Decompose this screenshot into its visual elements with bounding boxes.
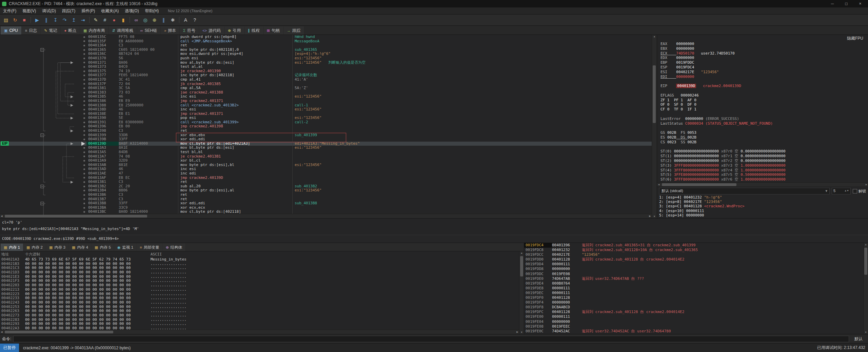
register-line[interactable]: EDI 00000000 bbox=[660, 75, 868, 79]
tab-log[interactable]: ≡日志 bbox=[22, 26, 40, 35]
menu-item[interactable]: 跟踪(T) bbox=[59, 8, 78, 14]
dump-row[interactable]: 004021A34D 65 73 73 69 6E 67 5F 69 6E 5F… bbox=[0, 257, 519, 262]
maximize-button[interactable]: □ bbox=[841, 1, 852, 6]
dump-tab-watch1[interactable]: ◉监视 1 bbox=[114, 244, 136, 251]
tab-call-stack[interactable]: ⇵调用堆栈 bbox=[108, 26, 136, 35]
dump-tab-mem4[interactable]: ▦内存 4 bbox=[69, 244, 91, 251]
tab-references[interactable]: ⊕引用 bbox=[224, 26, 244, 35]
scroll-up-icon[interactable]: ▲ bbox=[652, 35, 657, 38]
stack-row[interactable]: 0019FE0000000111 bbox=[524, 314, 863, 319]
scroll-thumb[interactable] bbox=[520, 256, 523, 276]
font-button[interactable]: A bbox=[181, 16, 190, 24]
step-over-button[interactable]: ↷ bbox=[60, 16, 69, 24]
stack-row[interactable]: 0019FDC400401396返回到 crackme2.sub_401365+… bbox=[524, 243, 863, 248]
stack-row[interactable]: 0019FDF8DCBAABCD bbox=[524, 305, 863, 310]
register-line[interactable]: ST(6) 3FFF8000000000000000 x87r6 空 1.000… bbox=[660, 177, 868, 182]
stack-row[interactable]: 0019FE0400000000 bbox=[524, 319, 863, 324]
stack-row[interactable]: 0019FDD400000111 bbox=[524, 262, 863, 267]
command-profile[interactable]: 默认 bbox=[851, 336, 866, 342]
disasm-row[interactable]: 0040137D3C 41cmp al,4141:'A' bbox=[0, 78, 652, 82]
open-file-button[interactable]: ▤ bbox=[1, 16, 11, 24]
stack-row[interactable]: 0019FDDC0019FE08 bbox=[524, 272, 863, 276]
disasm-row[interactable]: 0040139B33FFxor edi,edi bbox=[0, 137, 652, 142]
search-button[interactable]: ◎ bbox=[141, 16, 150, 24]
disasm-hscrollbar[interactable]: ◀ ▶ bbox=[0, 214, 652, 218]
restart-button[interactable]: ↻ bbox=[11, 16, 20, 24]
dump-tab-mem1[interactable]: ▦内存 1 bbox=[1, 244, 23, 251]
menu-item[interactable]: 帮助(H) bbox=[142, 8, 162, 14]
comment-button[interactable]: # bbox=[100, 16, 110, 24]
disasm-row[interactable]: 004013AE47inc edi bbox=[0, 171, 652, 176]
tab-notes[interactable]: ✎笔记 bbox=[41, 26, 60, 35]
register-line[interactable] bbox=[660, 79, 868, 84]
scroll-down-icon[interactable]: ▼ bbox=[652, 215, 657, 218]
patch-button[interactable]: ✎ bbox=[91, 16, 100, 24]
register-line[interactable]: GS 002B FS 0053 bbox=[660, 130, 868, 135]
breakpoint-button[interactable]: ● bbox=[110, 16, 119, 24]
scroll-down-icon[interactable]: ▼ bbox=[519, 331, 524, 334]
close-button[interactable]: × bbox=[854, 1, 866, 6]
scroll-right-icon[interactable]: ▶ bbox=[648, 214, 652, 218]
register-line[interactable] bbox=[660, 145, 868, 149]
register-line[interactable] bbox=[660, 126, 868, 130]
tab-handles[interactable]: ⊞句柄 bbox=[263, 26, 283, 35]
dump-row[interactable]: 004021D300 00 00 00 00 00 00 00 00 00 00… bbox=[0, 270, 519, 275]
menu-item[interactable]: 收藏夹(A) bbox=[98, 8, 122, 14]
disasm-row[interactable]: 004013BC8A0D 18214000mov cl,byte ptr ds:… bbox=[0, 210, 652, 214]
disasm-row[interactable]: 004013A932D9xor bl,cl bbox=[0, 159, 652, 163]
stack-row[interactable]: 0019FDC800401232返回到 crackme2.sub_401128+… bbox=[524, 248, 863, 252]
tab-source[interactable]: <>源代码 bbox=[199, 26, 224, 35]
argument-row[interactable]: 1: [esp+4] 00401232 "h-!@"6" bbox=[659, 195, 868, 200]
stack-row[interactable]: 0019FE0C74D452AC返回到 user32.74D452AC 自 us… bbox=[524, 329, 863, 334]
run-to-cursor-button[interactable]: ⇥ bbox=[78, 16, 87, 24]
disasm-row[interactable]: 004013A584DBtest bl,bl bbox=[0, 150, 652, 154]
tab-cpu[interactable]: ▣CPU bbox=[1, 26, 21, 35]
tab-trace[interactable]: →跟踪 bbox=[283, 26, 304, 35]
step-into-button[interactable]: ↧ bbox=[51, 16, 60, 24]
dump-row[interactable]: 004022A300 00 00 00 00 00 00 00 00 00 00… bbox=[0, 326, 519, 330]
tab-breakpoints[interactable]: ●断点 bbox=[61, 26, 80, 35]
disasm-row[interactable]: 004013B833FFxor edi,edisub_4013B8 bbox=[0, 201, 652, 206]
stack-row[interactable]: 0019FDE074D647AB返回到 user32.74D647AB 自 ??… bbox=[524, 276, 863, 281]
register-line[interactable]: ST(3) 3FFF8000000000000000 x87r3 空 1.000… bbox=[660, 163, 868, 168]
tab-symbols[interactable]: Σ符号 bbox=[180, 26, 199, 35]
stack-row[interactable]: 0019FDD000401128返回到 crackme2.sub_401128 … bbox=[524, 257, 863, 262]
argument-row[interactable]: 4: [esp+10] 00000111 bbox=[659, 209, 868, 213]
command-input[interactable] bbox=[13, 336, 849, 342]
settings-button[interactable]: ✱ bbox=[168, 16, 177, 24]
minimize-button[interactable]: ─ bbox=[827, 1, 838, 6]
seh-chain-button[interactable]: ∞ bbox=[132, 16, 141, 24]
register-line[interactable]: EBX 00000000 bbox=[660, 46, 868, 51]
dump-row[interactable]: 0040223300 00 00 00 00 00 00 00 00 00 00… bbox=[0, 296, 519, 301]
dump-tab-locals[interactable]: ≡局部变量 bbox=[137, 244, 162, 251]
disasm-row[interactable]: 004013B1C3ret bbox=[0, 180, 652, 184]
dump-row[interactable]: 0040227300 00 00 00 00 00 00 00 00 00 00… bbox=[0, 313, 519, 318]
tab-script[interactable]: »脚本 bbox=[161, 26, 179, 35]
stack-row[interactable]: 0019FDE800000111 bbox=[524, 286, 863, 291]
register-line[interactable]: ST(5) 3FFE8000000000000000 x87r5 空 0.500… bbox=[660, 172, 868, 177]
arg-count-spinner[interactable]: 5 ▲▼ bbox=[832, 188, 851, 194]
stack-row[interactable]: 0019FDF000401128 bbox=[524, 295, 863, 300]
register-line[interactable]: EIP 0040139D crackme2.0040139D bbox=[660, 84, 868, 88]
scroll-thumb[interactable] bbox=[864, 248, 867, 275]
hide-fpu-button[interactable]: 隐藏FPU bbox=[847, 36, 863, 41]
scroll-left-icon[interactable]: ◀ bbox=[0, 330, 3, 334]
argument-row[interactable]: 5: [esp+14] 00000000 bbox=[659, 213, 868, 218]
register-line[interactable]: ESI 0040217E "123456" bbox=[660, 70, 868, 75]
register-line[interactable]: ST(2) 00000000000000000000 x87r2 空 0.000… bbox=[660, 159, 868, 163]
scroll-left-icon[interactable]: ◀ bbox=[0, 214, 3, 218]
calling-convention-select[interactable]: 默认 (stdcall) ▾ bbox=[659, 188, 830, 194]
stack-row[interactable]: 0019FDD800000000 bbox=[524, 267, 863, 271]
menu-item[interactable]: 选项(O) bbox=[122, 8, 142, 14]
unlock-checkbox[interactable]: 解锁 bbox=[853, 189, 866, 194]
register-line[interactable]: ESP 0019FDC4 bbox=[660, 65, 868, 70]
register-line[interactable]: LastError 00000000 (ERROR_SUCCESS) bbox=[660, 117, 868, 121]
disasm-row[interactable]: 004013905Epop esiesi:"123456" bbox=[0, 116, 652, 120]
stack-row[interactable]: 0019FDE4000B0764 bbox=[524, 281, 863, 286]
stack-row[interactable]: 0019FDF400000000 bbox=[524, 300, 863, 305]
disasm-vscrollbar[interactable]: ▲ ▼ bbox=[652, 35, 657, 218]
dump-tab-mem5[interactable]: ▦内存 5 bbox=[92, 244, 114, 251]
register-line[interactable]: EFLAGS 00000246 bbox=[660, 93, 868, 98]
scroll-up-icon[interactable]: ▲ bbox=[519, 251, 524, 255]
scroll-thumb[interactable] bbox=[5, 215, 147, 218]
